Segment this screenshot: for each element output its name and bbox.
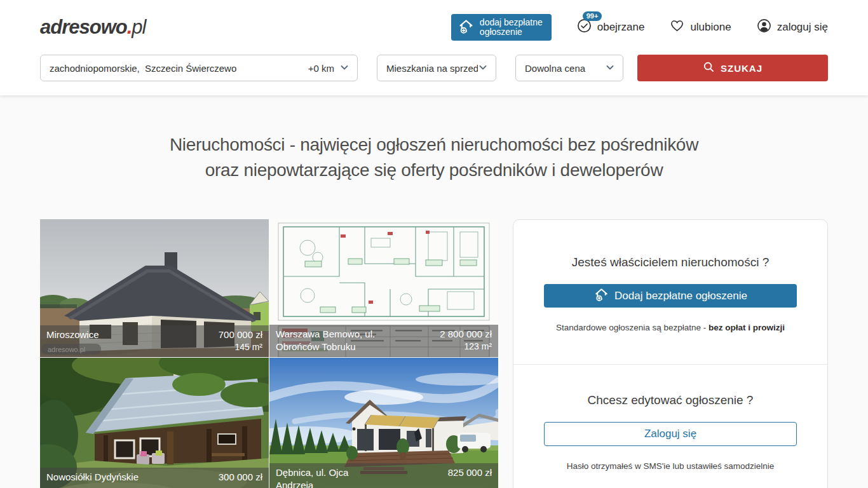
user-icon <box>757 18 771 36</box>
property-type-select[interactable]: Mieszkania na sprzedaż <box>377 55 496 81</box>
property-type-value: Mieszkania na sprzedaż <box>386 63 478 74</box>
listing-name: Warszawa Bemowo, ul. Obrońców Tobruku <box>276 328 387 353</box>
logo-tld-text: pl <box>132 16 146 39</box>
login-link[interactable]: zaloguj się <box>757 18 828 36</box>
location-value: zachodniopomorskie, Szczecin Świerczewo <box>50 63 308 74</box>
site-logo[interactable]: adresowo.pl <box>40 16 146 39</box>
price-select[interactable]: Dowolna cena <box>515 55 623 81</box>
house-plus-icon <box>458 18 475 37</box>
heart-icon <box>670 18 684 36</box>
viewed-count-badge: 99+ <box>583 11 602 21</box>
search-icon <box>703 61 715 75</box>
radius-value: +0 km <box>308 63 334 74</box>
listing-price: 825 000 zł <box>448 466 492 479</box>
owner-section-title: Jesteś właścicielem nieruchomości ? <box>544 255 797 269</box>
listing-caption: Nowosiółki Dydyńskie 300 000 zł <box>40 468 269 488</box>
header-actions: dodaj bezpłatne ogłoszenie 99+ obejrzane… <box>451 14 828 41</box>
search-bar: zachodniopomorskie, Szczecin Świerczewo … <box>0 55 868 81</box>
edit-section: Chcesz edytować ogłoszenie ? Zaloguj się… <box>513 365 827 471</box>
logo-brand-text: adresowo <box>40 16 127 39</box>
listing-caption: Dębnica, ul. Ojca Andrzeja 825 000 zł <box>269 463 498 488</box>
viewed-label: obejrzane <box>597 21 645 34</box>
location-input[interactable]: zachodniopomorskie, Szczecin Świerczewo … <box>40 55 358 81</box>
listing-price: 300 000 zł <box>219 471 262 484</box>
owner-section-note: Standardowe ogłoszenia są bezpłatne - be… <box>544 323 797 332</box>
listing-price: 2 800 000 zł <box>440 328 492 341</box>
login-label: zaloguj się <box>777 21 828 34</box>
listing-name: Nowosiółki Dydyńskie <box>46 471 158 484</box>
search-button-label: SZUKAJ <box>721 63 763 74</box>
login-button[interactable]: Zaloguj się <box>544 422 797 446</box>
chevron-down-icon <box>339 62 349 74</box>
listing-card[interactable]: Warszawa Bemowo, ul. Obrońców Tobruku 2 … <box>269 219 498 357</box>
chevron-down-icon <box>478 62 488 74</box>
viewed-link[interactable]: 99+ obejrzane <box>577 18 645 36</box>
hero-heading-block: Nieruchomości - najwięcej ogłoszeń nieru… <box>0 132 868 183</box>
listing-name: Dębnica, ul. Ojca Andrzeja <box>276 466 387 488</box>
edit-section-title: Chcesz edytować ogłoszenie ? <box>544 393 797 407</box>
house-plus-icon <box>593 287 609 306</box>
listing-price: 700 000 zł <box>219 329 262 341</box>
add-free-listing-button[interactable]: Dodaj bezpłatne ogłoszenie <box>544 284 797 308</box>
sidebar: Jesteś właścicielem nieruchomości ? Doda… <box>513 219 828 488</box>
header-top-row: adresowo.pl dodaj bezpłatne ogłoszenie 9… <box>0 0 868 55</box>
listing-card[interactable]: Dębnica, ul. Ojca Andrzeja 825 000 zł <box>269 358 498 488</box>
listing-caption: Miroszowice 700 000 zł 145 m² <box>40 325 269 357</box>
listing-caption: Warszawa Bemowo, ul. Obrońców Tobruku 2 … <box>269 325 498 357</box>
check-circle-icon <box>577 18 592 36</box>
listing-card[interactable]: adresowo.pl Miroszowice 700 000 zł 145 m… <box>40 219 269 357</box>
page-title: Nieruchomości - najwięcej ogłoszeń nieru… <box>0 132 868 183</box>
listing-area: 145 m² <box>234 341 262 353</box>
add-listing-button[interactable]: dodaj bezpłatne ogłoszenie <box>451 14 552 41</box>
price-value: Dowolna cena <box>525 63 605 74</box>
listings-grid: adresowo.pl Miroszowice 700 000 zł 145 m… <box>40 219 498 488</box>
search-button[interactable]: SZUKAJ <box>637 55 828 81</box>
add-free-listing-label: Dodaj bezpłatne ogłoszenie <box>614 290 747 302</box>
owner-panel: Jesteś właścicielem nieruchomości ? Doda… <box>513 219 828 488</box>
listing-card[interactable]: Nowosiółki Dydyńskie 300 000 zł <box>40 358 269 488</box>
add-listing-label: dodaj bezpłatne ogłoszenie <box>480 18 543 37</box>
edit-section-note: Hasło otrzymałeś w SMS'ie lub ustawiłeś … <box>544 461 797 471</box>
owner-section: Jesteś właścicielem nieruchomości ? Doda… <box>513 220 827 364</box>
site-header: adresowo.pl dodaj bezpłatne ogłoszenie 9… <box>0 0 868 95</box>
favorites-link[interactable]: ulubione <box>670 18 731 36</box>
listing-area: 123 m² <box>464 341 492 353</box>
chevron-down-icon <box>605 62 615 74</box>
main-content: Nieruchomości - najwięcej ogłoszeń nieru… <box>0 132 868 488</box>
listing-name: Miroszowice <box>46 329 158 341</box>
favorites-label: ulubione <box>690 21 731 34</box>
